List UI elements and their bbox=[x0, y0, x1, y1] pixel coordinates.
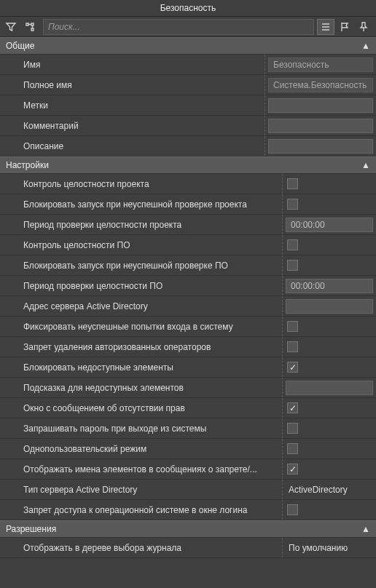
property-label: Имя bbox=[0, 55, 265, 74]
checkbox[interactable]: ✓ bbox=[287, 260, 298, 271]
flag-icon[interactable] bbox=[336, 19, 353, 35]
checkbox[interactable]: ✓ bbox=[287, 321, 298, 332]
property-value: ✓ bbox=[283, 174, 376, 194]
value-input[interactable] bbox=[286, 299, 373, 314]
property-row: Контроль целостности ПО✓ bbox=[0, 235, 376, 255]
property-row: Отображать в дереве выбора журнала По ум… bbox=[0, 538, 376, 558]
property-row: Отображать имена элементов в сообщениях … bbox=[0, 459, 376, 480]
property-value bbox=[283, 296, 376, 316]
tree-filter-icon[interactable] bbox=[21, 19, 39, 35]
property-value: ✓ bbox=[283, 398, 376, 418]
property-value bbox=[283, 276, 376, 295]
property-label: Контроль целостности ПО bbox=[0, 235, 283, 255]
section-header-general[interactable]: Общие ▲ bbox=[0, 37, 376, 55]
property-row: Имя bbox=[0, 55, 376, 75]
property-row: Комментарий bbox=[0, 116, 376, 136]
property-label: Фиксировать неуспешные попытки входа в с… bbox=[0, 317, 283, 336]
comment-field[interactable] bbox=[268, 119, 373, 133]
property-value: ✓ bbox=[283, 439, 376, 458]
property-row: Полное имя bbox=[0, 75, 376, 95]
checkbox[interactable]: ✓ bbox=[287, 362, 298, 373]
property-label: Подсказка для недоступных элементов bbox=[0, 378, 283, 397]
property-row: Окно с сообщением об отсутствии прав✓ bbox=[0, 398, 376, 418]
section-body-general: Имя Полное имя Метки Комментарий Описани… bbox=[0, 55, 376, 156]
checkbox[interactable]: ✓ bbox=[287, 239, 298, 250]
checkbox[interactable]: ✓ bbox=[287, 178, 298, 189]
value-input[interactable] bbox=[286, 279, 373, 293]
section-title: Разрешения bbox=[6, 524, 56, 534]
property-value: ✓ bbox=[283, 500, 376, 520]
checkbox[interactable]: ✓ bbox=[287, 341, 298, 352]
property-label: Запрет удаления авторизованных операторо… bbox=[0, 337, 283, 357]
toolbar bbox=[0, 17, 376, 37]
name-field bbox=[268, 57, 373, 72]
section-title: Общие bbox=[6, 41, 34, 51]
property-label: Окно с сообщением об отсутствии прав bbox=[0, 398, 283, 418]
property-label: Полное имя bbox=[0, 75, 265, 95]
value-text[interactable]: ActiveDirectory bbox=[286, 485, 348, 495]
property-label: Тип сервера Active Directory bbox=[0, 480, 283, 499]
value-input[interactable] bbox=[286, 381, 373, 395]
property-value: ✓ bbox=[283, 255, 376, 275]
property-label: Описание bbox=[0, 136, 265, 156]
property-grid: Общие ▲ Имя Полное имя Метки Комментарий… bbox=[0, 37, 376, 588]
chevron-up-icon: ▲ bbox=[361, 160, 370, 170]
chevron-up-icon: ▲ bbox=[361, 41, 370, 51]
check-icon: ✓ bbox=[289, 404, 297, 413]
check-icon: ✓ bbox=[289, 363, 297, 372]
property-label: Отображать в дереве выбора журнала bbox=[0, 538, 283, 557]
property-value: ✓ bbox=[283, 418, 376, 438]
property-label: Адрес сервера Active Directory bbox=[0, 296, 283, 316]
property-label: Отображать имена элементов в сообщениях … bbox=[0, 459, 283, 479]
property-label: Блокировать запуск при неуспешной провер… bbox=[0, 194, 283, 214]
section-body-settings: Контроль целостности проекта✓Блокировать… bbox=[0, 174, 376, 520]
section-body-permissions: Отображать в дереве выбора журнала По ум… bbox=[0, 538, 376, 558]
property-label: Блокировать запуск при неуспешной провер… bbox=[0, 255, 283, 275]
property-row: Блокировать запуск при неуспешной провер… bbox=[0, 194, 376, 215]
section-header-settings[interactable]: Настройки ▲ bbox=[0, 156, 376, 174]
section-title: Настройки bbox=[6, 160, 49, 170]
description-field[interactable] bbox=[268, 139, 373, 154]
checkbox[interactable]: ✓ bbox=[287, 199, 298, 210]
property-row: Блокировать недоступные элементы✓ bbox=[0, 357, 376, 378]
property-value bbox=[283, 215, 376, 234]
property-row: Период проверки целостности проекта bbox=[0, 215, 376, 235]
property-row: Запрет доступа к операционной системе в … bbox=[0, 500, 376, 520]
pin-icon[interactable] bbox=[355, 19, 372, 35]
property-row: Блокировать запуск при неуспешной провер… bbox=[0, 255, 376, 276]
property-row: Период проверки целостности ПО bbox=[0, 276, 376, 296]
property-label: Запрашивать пароль при выходе из системы bbox=[0, 418, 283, 438]
property-label: Период проверки целостности проекта bbox=[0, 215, 283, 234]
property-label: Период проверки целостности ПО bbox=[0, 276, 283, 295]
filter-icon[interactable] bbox=[2, 19, 20, 35]
property-value bbox=[283, 378, 376, 397]
property-value: ✓ bbox=[283, 357, 376, 377]
fullname-field bbox=[268, 78, 373, 92]
section-header-permissions[interactable]: Разрешения ▲ bbox=[0, 520, 376, 538]
property-row: Контроль целостности проекта✓ bbox=[0, 174, 376, 194]
window-title: Безопасность bbox=[160, 3, 216, 13]
property-label: Однопользовательский режим bbox=[0, 439, 283, 458]
property-label: Запрет доступа к операционной системе в … bbox=[0, 500, 283, 520]
title-bar: Безопасность bbox=[0, 0, 376, 17]
checkbox[interactable]: ✓ bbox=[287, 504, 298, 515]
tags-field[interactable] bbox=[268, 98, 373, 113]
property-label: Метки bbox=[0, 95, 265, 115]
permission-value[interactable]: По умолчанию bbox=[286, 543, 348, 553]
property-value: ActiveDirectory bbox=[283, 480, 376, 499]
property-value: ✓ bbox=[283, 194, 376, 214]
checkbox[interactable]: ✓ bbox=[287, 402, 298, 413]
property-label: Контроль целостности проекта bbox=[0, 174, 283, 194]
checkbox[interactable]: ✓ bbox=[287, 423, 298, 434]
view-list-icon[interactable] bbox=[317, 19, 334, 35]
property-label: Блокировать недоступные элементы bbox=[0, 357, 283, 377]
value-input[interactable] bbox=[286, 218, 373, 232]
checkbox[interactable]: ✓ bbox=[287, 443, 298, 454]
search-input[interactable] bbox=[43, 19, 314, 35]
chevron-up-icon: ▲ bbox=[361, 524, 370, 534]
property-row: Фиксировать неуспешные попытки входа в с… bbox=[0, 317, 376, 337]
property-row: Запрет удаления авторизованных операторо… bbox=[0, 337, 376, 357]
property-row: Однопользовательский режим✓ bbox=[0, 439, 376, 459]
checkbox[interactable]: ✓ bbox=[287, 464, 298, 474]
property-row: Подсказка для недоступных элементов bbox=[0, 378, 376, 398]
